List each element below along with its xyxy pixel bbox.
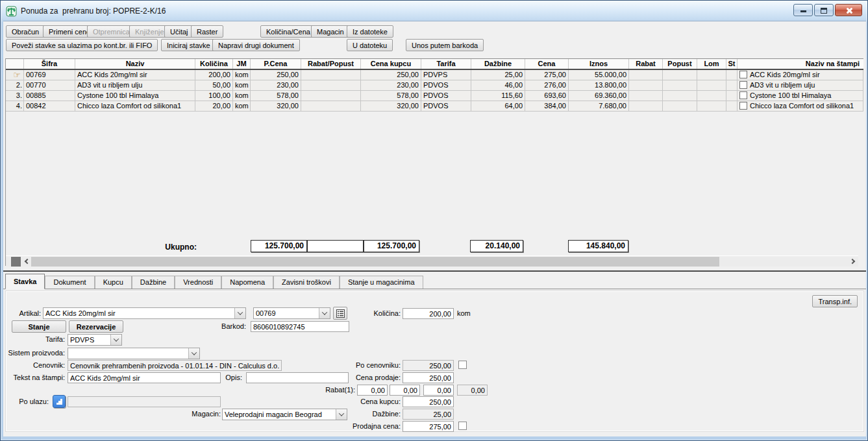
cell-kolicina[interactable]: 100,00 xyxy=(195,91,233,101)
cell-sifra[interactable]: 00769 xyxy=(24,70,75,80)
maximize-button[interactable] xyxy=(814,4,834,16)
cell-dazbine[interactable]: 25,00 xyxy=(471,70,525,80)
column-header-iznos[interactable]: Iznos xyxy=(569,59,629,69)
tab-zavisni-troskovi[interactable]: Zavisni troškovi xyxy=(273,276,340,289)
cell-dazbine[interactable]: 115,60 xyxy=(471,91,525,101)
barkod-input[interactable] xyxy=(251,321,349,332)
table-row[interactable]: 4.00842Chicco laza Comfort od silikona12… xyxy=(6,101,863,112)
tab-vrednosti[interactable]: Vrednosti xyxy=(175,276,221,289)
cell-cena-kupcu[interactable]: 578,00 xyxy=(361,91,421,101)
cell-rabat-popust[interactable] xyxy=(301,80,361,90)
rezervacije-button[interactable]: Rezervacije xyxy=(69,320,123,333)
cell-sifra[interactable]: 00770 xyxy=(24,80,75,90)
tab-stavka[interactable]: Stavka xyxy=(5,274,45,289)
cell-lom[interactable] xyxy=(697,101,726,111)
row-selector[interactable]: ☞ xyxy=(6,70,24,80)
column-header-rabat[interactable]: Rabat xyxy=(629,59,663,69)
cell-st[interactable] xyxy=(726,80,738,90)
kolicina-input[interactable] xyxy=(403,308,454,319)
cell-popust[interactable] xyxy=(663,80,697,90)
column-header-sifra[interactable]: Šifra xyxy=(24,59,75,69)
button-kolicina-cena[interactable]: Količina/Cena xyxy=(260,25,316,38)
transp-inf-button[interactable]: Transp.inf. xyxy=(812,295,858,307)
column-header-naziv[interactable]: Naziv xyxy=(75,59,195,69)
cell-naziv-na-stampi[interactable]: Cystone 100 tbl Himalaya xyxy=(738,91,863,101)
cell-iznos[interactable]: 13.800,00 xyxy=(569,80,629,90)
cell-kolicina[interactable]: 20,00 xyxy=(195,101,233,111)
cell-dazbine[interactable]: 46,00 xyxy=(471,80,525,90)
cell-naziv[interactable]: ACC Kids 20mg/ml sir xyxy=(75,70,195,80)
column-header-st[interactable]: St xyxy=(726,59,738,69)
cell-rabat[interactable] xyxy=(629,70,663,80)
tekst-na-stampi-input[interactable] xyxy=(68,372,221,383)
cell-jm[interactable]: kom xyxy=(233,91,251,101)
column-header-lom[interactable]: Lom xyxy=(697,59,726,69)
po-cenovniku-checkbox[interactable] xyxy=(458,361,467,369)
tab-dazbine[interactable]: Dažbine xyxy=(132,276,175,289)
tab-dokument[interactable]: Dokument xyxy=(45,276,94,289)
scroll-right-arrow[interactable] xyxy=(848,257,858,267)
cell-tarifa[interactable]: PDVOS xyxy=(421,91,471,101)
cell-sifra[interactable]: 00842 xyxy=(24,101,75,111)
cell-rabat-popust[interactable] xyxy=(301,70,361,80)
cell-st[interactable] xyxy=(726,91,738,101)
cell-cena[interactable]: 384,00 xyxy=(525,101,569,111)
button-iz-datoteke[interactable]: Iz datoteke xyxy=(347,25,393,38)
scroll-left-arrow[interactable] xyxy=(21,257,31,267)
button-magacin[interactable]: Magacin xyxy=(311,25,350,38)
cell-rabat[interactable] xyxy=(629,91,663,101)
cell-jm[interactable]: kom xyxy=(233,101,251,111)
cena-kupcu-input[interactable] xyxy=(403,396,454,407)
button-unos-putem-barkoda[interactable]: Unos putem barkoda xyxy=(406,39,484,51)
rabat1-input-2[interactable] xyxy=(390,385,420,396)
column-header-p-cena[interactable]: P.Cena xyxy=(251,59,301,69)
button-u-datoteku[interactable]: U datoteku xyxy=(347,39,393,51)
cell-rabat[interactable] xyxy=(629,101,663,111)
scrollbar-track[interactable] xyxy=(31,257,848,267)
cell-rabat-popust[interactable] xyxy=(301,101,361,111)
column-header-cena-kupcu[interactable]: Cena kupcu xyxy=(361,59,421,69)
panel-splitter[interactable] xyxy=(3,270,866,272)
tab-stanje-u-magacinima[interactable]: Stanje u magacinima xyxy=(340,276,423,289)
cell-cena[interactable]: 275,00 xyxy=(525,70,569,80)
button-povezi-stavke-sa-ulazima-po-kont-br-ili-fifo[interactable]: Poveži stavke sa ulazima po kont.br. ili… xyxy=(6,39,158,51)
row-selector[interactable]: 2. xyxy=(6,80,24,90)
cell-st[interactable] xyxy=(726,70,738,80)
cell-p-cena[interactable]: 250,00 xyxy=(251,70,301,80)
button-iniciraj-stavke[interactable]: Iniciraj stavke xyxy=(161,39,216,51)
prodajna-cena-input[interactable] xyxy=(403,421,454,432)
column-header-rabat-popust[interactable]: Rabat/Popust xyxy=(301,59,361,69)
tab-napomena[interactable]: Napomena xyxy=(221,276,273,289)
row-selector[interactable]: 3. xyxy=(6,91,24,101)
cell-naziv-na-stampi[interactable]: ACC Kids 20mg/ml sir xyxy=(738,70,863,80)
cell-cena-kupcu[interactable]: 250,00 xyxy=(361,70,421,80)
scrollbar-thumb[interactable] xyxy=(31,257,719,267)
tab-kupcu[interactable]: Kupcu xyxy=(95,276,132,289)
cell-naziv[interactable]: Chicco laza Comfort od silikona1 xyxy=(75,101,195,111)
table-row[interactable]: 3.00885Cystone 100 tbl Himalaya100,00kom… xyxy=(6,91,863,101)
stampa-checkbox[interactable] xyxy=(739,81,747,89)
column-header-tarifa[interactable]: Tarifa xyxy=(421,59,471,69)
stampa-checkbox[interactable] xyxy=(739,91,747,99)
chevron-down-icon[interactable] xyxy=(319,308,330,318)
close-button[interactable] xyxy=(835,4,862,16)
minimize-button[interactable] xyxy=(793,4,813,16)
cell-naziv-na-stampi[interactable]: Chicco laza Comfort od silikona1 xyxy=(738,101,863,111)
horizontal-scrollbar[interactable] xyxy=(6,256,858,267)
button-ucitaj[interactable]: Učitaj xyxy=(164,25,194,38)
column-header-naziv-na-stampi[interactable]: Naziv na štampi xyxy=(738,59,863,69)
stanje-button[interactable]: Stanje xyxy=(12,320,66,333)
button-obracun[interactable]: Obračun xyxy=(6,25,45,38)
column-header-kolicina[interactable]: Količina xyxy=(195,59,233,69)
cell-tarifa[interactable]: PDVPS xyxy=(421,70,471,80)
tarifa-combo[interactable]: PDVPS xyxy=(68,334,122,346)
cell-popust[interactable] xyxy=(663,91,697,101)
cell-lom[interactable] xyxy=(697,70,726,80)
table-row[interactable]: 2.00770AD3 vit u ribljem ulju50,00kom230… xyxy=(6,80,863,91)
cell-jm[interactable]: kom xyxy=(233,70,251,80)
sistem-proizvoda-combo[interactable] xyxy=(68,348,200,359)
cell-naziv[interactable]: AD3 vit u ribljem ulju xyxy=(75,80,195,90)
cell-sifra[interactable]: 00885 xyxy=(24,91,75,101)
cell-cena[interactable]: 276,00 xyxy=(525,80,569,90)
stampa-checkbox[interactable] xyxy=(739,71,747,78)
